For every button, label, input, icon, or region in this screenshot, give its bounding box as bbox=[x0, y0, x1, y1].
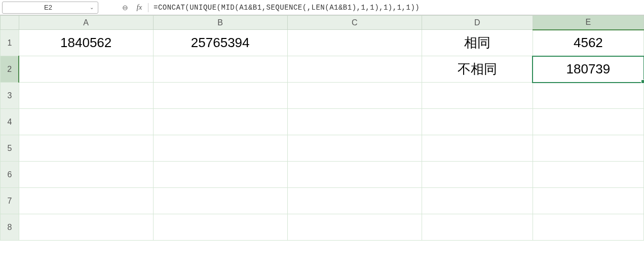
cell-E3[interactable] bbox=[533, 83, 643, 109]
row-header-6[interactable]: 6 bbox=[1, 162, 19, 188]
cell-D2[interactable]: 不相同 bbox=[422, 56, 533, 83]
cell-C2[interactable] bbox=[287, 56, 422, 83]
cell-A1[interactable]: 1840562 bbox=[19, 30, 153, 56]
row-2: 2 不相同 180739 bbox=[1, 56, 644, 83]
col-header-B[interactable]: B bbox=[153, 16, 287, 30]
cell-E7[interactable] bbox=[533, 188, 643, 214]
cell-A7[interactable] bbox=[19, 188, 153, 214]
row-4: 4 bbox=[1, 109, 644, 135]
col-header-C[interactable]: C bbox=[287, 16, 422, 30]
cell-D7[interactable] bbox=[422, 188, 533, 214]
row-7: 7 bbox=[1, 188, 644, 214]
cell-D4[interactable] bbox=[422, 109, 533, 135]
cell-C7[interactable] bbox=[287, 188, 422, 214]
cell-C3[interactable] bbox=[287, 83, 422, 109]
cell-D8[interactable] bbox=[422, 214, 533, 241]
column-header-row: A B C D E bbox=[1, 16, 644, 30]
cell-A6[interactable] bbox=[19, 162, 153, 188]
row-6: 6 bbox=[1, 162, 644, 188]
cell-B3[interactable] bbox=[153, 83, 287, 109]
row-header-2[interactable]: 2 bbox=[1, 56, 19, 83]
col-header-D[interactable]: D bbox=[422, 16, 533, 30]
row-5: 5 bbox=[1, 135, 644, 162]
cell-E4[interactable] bbox=[533, 109, 643, 135]
cell-C1[interactable] bbox=[287, 30, 422, 56]
chevron-down-icon[interactable]: ⌄ bbox=[90, 5, 94, 10]
spreadsheet-grid[interactable]: A B C D E 1 1840562 25765394 相同 4562 2 不… bbox=[0, 15, 644, 241]
cell-A5[interactable] bbox=[19, 135, 153, 162]
cell-B4[interactable] bbox=[153, 109, 287, 135]
cell-D3[interactable] bbox=[422, 83, 533, 109]
cell-B7[interactable] bbox=[153, 188, 287, 214]
cell-B6[interactable] bbox=[153, 162, 287, 188]
row-8: 8 bbox=[1, 214, 644, 241]
cell-B5[interactable] bbox=[153, 135, 287, 162]
name-box-value: E2 bbox=[7, 4, 90, 11]
zoom-out-icon[interactable]: ⊖ bbox=[120, 4, 131, 12]
cell-A3[interactable] bbox=[19, 83, 153, 109]
fx-icon[interactable]: fx bbox=[134, 3, 145, 12]
row-1: 1 1840562 25765394 相同 4562 bbox=[1, 30, 644, 56]
cell-B2[interactable] bbox=[153, 56, 287, 83]
row-header-3[interactable]: 3 bbox=[1, 83, 19, 109]
cell-D1[interactable]: 相同 bbox=[422, 30, 533, 56]
cell-E1[interactable]: 4562 bbox=[533, 30, 643, 56]
cell-A8[interactable] bbox=[19, 214, 153, 241]
row-header-8[interactable]: 8 bbox=[1, 214, 19, 241]
cell-A2[interactable] bbox=[19, 56, 153, 83]
cell-A4[interactable] bbox=[19, 109, 153, 135]
select-all-corner[interactable] bbox=[1, 16, 19, 30]
row-header-4[interactable]: 4 bbox=[1, 109, 19, 135]
row-header-1[interactable]: 1 bbox=[1, 30, 19, 56]
name-box[interactable]: E2 ⌄ bbox=[2, 2, 98, 14]
formula-bar: E2 ⌄ ⊖ fx =CONCAT(UNIQUE(MID(A1&B1,SEQUE… bbox=[0, 0, 644, 15]
row-header-5[interactable]: 5 bbox=[1, 135, 19, 162]
cell-B1[interactable]: 25765394 bbox=[153, 30, 287, 56]
cell-C6[interactable] bbox=[287, 162, 422, 188]
divider bbox=[148, 3, 148, 12]
col-header-E[interactable]: E bbox=[533, 16, 643, 30]
cell-E6[interactable] bbox=[533, 162, 643, 188]
cell-E8[interactable] bbox=[533, 214, 643, 241]
cell-C4[interactable] bbox=[287, 109, 422, 135]
cell-E5[interactable] bbox=[533, 135, 643, 162]
formula-input[interactable]: =CONCAT(UNIQUE(MID(A1&B1,SEQUENCE(,LEN(A… bbox=[151, 4, 642, 12]
cell-D6[interactable] bbox=[422, 162, 533, 188]
cell-B8[interactable] bbox=[153, 214, 287, 241]
cell-C5[interactable] bbox=[287, 135, 422, 162]
cell-D5[interactable] bbox=[422, 135, 533, 162]
row-header-7[interactable]: 7 bbox=[1, 188, 19, 214]
cell-C8[interactable] bbox=[287, 214, 422, 241]
row-3: 3 bbox=[1, 83, 644, 109]
cell-E2[interactable]: 180739 bbox=[533, 56, 643, 83]
col-header-A[interactable]: A bbox=[19, 16, 153, 30]
